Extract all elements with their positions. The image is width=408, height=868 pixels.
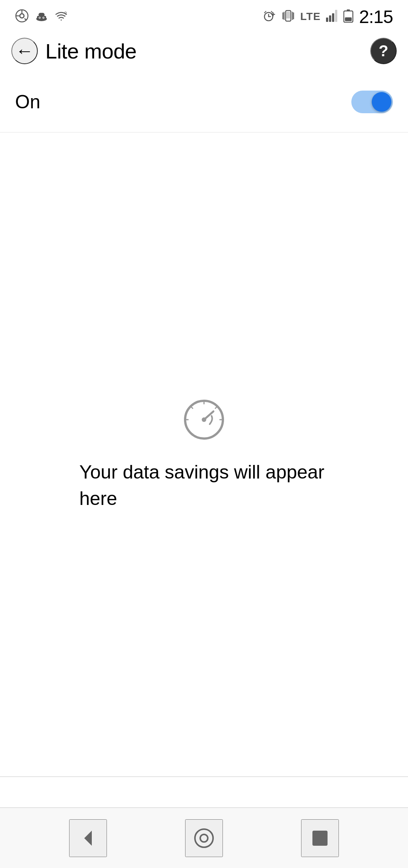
help-icon: ?	[379, 43, 388, 59]
alarm-add-icon	[263, 9, 276, 25]
svg-point-12	[43, 17, 44, 18]
svg-point-37	[202, 417, 206, 422]
svg-rect-8	[39, 13, 45, 17]
svg-rect-46	[312, 831, 328, 846]
svg-rect-29	[329, 15, 331, 22]
data-savings-gauge-icon	[181, 397, 227, 444]
svg-point-13	[61, 19, 62, 20]
toggle-thumb	[372, 92, 391, 112]
svg-rect-33	[347, 9, 350, 11]
back-button[interactable]: ←	[11, 38, 38, 64]
svg-marker-43	[84, 831, 92, 846]
toggle-label: On	[15, 91, 40, 113]
svg-line-41	[190, 406, 193, 408]
signal-icon	[326, 10, 338, 24]
svg-line-5	[25, 18, 26, 20]
status-time: 2:15	[359, 6, 393, 27]
battery-icon	[343, 9, 354, 25]
content-area: Your data savings will appear here	[0, 132, 408, 776]
wifi-question-icon: ?	[54, 9, 68, 25]
help-button[interactable]: ?	[370, 38, 397, 64]
status-bar-left-icons: ?	[15, 9, 68, 25]
svg-rect-23	[286, 12, 290, 18]
nav-recents-icon	[309, 827, 331, 850]
svg-point-45	[200, 834, 208, 842]
svg-point-44	[195, 829, 213, 847]
app-bar: ← Lite mode ?	[0, 30, 408, 72]
back-arrow-icon: ←	[15, 42, 34, 60]
nav-recents-button[interactable]	[301, 819, 339, 857]
svg-rect-31	[335, 10, 337, 22]
status-bar-right-icons: LTE 2:15	[263, 6, 393, 27]
nav-bar	[0, 808, 408, 868]
svg-rect-34	[345, 17, 352, 21]
lte-label: LTE	[300, 11, 321, 22]
nav-home-icon	[193, 827, 215, 850]
svg-line-20	[264, 11, 266, 13]
lite-mode-toggle[interactable]	[351, 91, 393, 113]
status-bar: ?	[0, 0, 408, 30]
page-title: Lite mode	[45, 39, 370, 63]
svg-rect-28	[326, 17, 328, 22]
svg-point-11	[39, 17, 40, 18]
svg-line-42	[215, 406, 218, 408]
vibrate-icon	[281, 9, 295, 25]
empty-state-text: Your data savings will appear here	[79, 459, 329, 512]
svg-point-2	[20, 14, 23, 17]
incognito-icon	[35, 9, 48, 25]
nav-home-button[interactable]	[185, 819, 223, 857]
nav-back-button[interactable]	[69, 819, 107, 857]
nav-back-icon	[77, 827, 99, 850]
svg-line-21	[271, 11, 273, 13]
chrome-icon	[15, 9, 29, 25]
svg-rect-30	[332, 13, 334, 22]
toggle-row: On	[0, 72, 408, 132]
spacer	[0, 777, 408, 807]
svg-text:?: ?	[64, 11, 67, 16]
